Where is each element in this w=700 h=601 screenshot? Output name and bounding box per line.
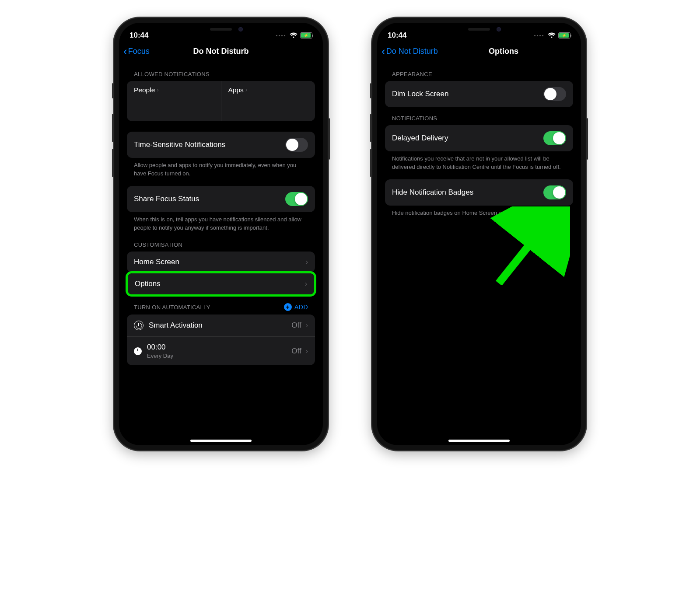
dim-lock-label: Dim Lock Screen — [392, 90, 448, 98]
section-header-notifications: NOTIFICATIONS — [385, 107, 573, 125]
chevron-right-icon: › — [305, 280, 307, 288]
content[interactable]: APPEARANCE Dim Lock Screen NOTIFICATIONS… — [377, 63, 581, 433]
side-button — [370, 149, 372, 177]
side-button — [112, 149, 114, 177]
delayed-row[interactable]: Delayed Delivery — [385, 125, 573, 151]
allowed-group: People › Apps › — [127, 81, 315, 121]
schedule-value: Off — [291, 347, 301, 356]
content[interactable]: ALLOWED NOTIFICATIONS People › Apps › Ti… — [119, 63, 323, 433]
hide-badges-label: Hide Notification Badges — [392, 188, 473, 197]
chevron-right-icon: › — [157, 86, 159, 93]
wifi-icon — [290, 32, 298, 38]
schedule-sub: Every Day — [147, 353, 173, 359]
people-label: People — [134, 86, 155, 94]
dim-lock-row[interactable]: Dim Lock Screen — [385, 81, 573, 107]
schedule-time: 00:00 — [147, 343, 173, 352]
front-camera — [497, 27, 501, 31]
time-sensitive-group: Time-Sensitive Notifications — [127, 132, 315, 158]
speaker — [468, 28, 490, 31]
plus-icon: + — [284, 303, 292, 311]
side-button — [370, 83, 372, 98]
back-button[interactable]: ‹ Focus — [123, 45, 150, 57]
time-sensitive-label: Time-Sensitive Notifications — [134, 140, 225, 149]
options-row[interactable]: Options › — [128, 273, 314, 294]
page-title: Options — [489, 47, 518, 56]
people-cell[interactable]: People › — [127, 81, 221, 121]
delayed-desc: Notifications you receive that are not i… — [385, 151, 573, 173]
status-time: 10:44 — [130, 31, 148, 40]
hide-badges-row[interactable]: Hide Notification Badges — [385, 179, 573, 206]
notch — [175, 23, 267, 36]
clock-icon — [134, 347, 142, 355]
screen: 10:44 ⚡ ‹ Do Not Disturb Options APPEARA… — [377, 23, 581, 445]
time-sensitive-desc: Allow people and apps to notify you imme… — [127, 158, 315, 180]
notch — [433, 23, 525, 36]
side-button — [370, 114, 372, 142]
customisation-group: Home Screen › — [127, 252, 315, 273]
chevron-left-icon: ‹ — [382, 45, 385, 57]
auto-group: Smart Activation Off › 00:00 Every Day — [127, 314, 315, 365]
hide-badges-desc: Hide notification badges on Home Screen … — [385, 206, 573, 219]
section-header-customisation: CUSTOMISATION — [127, 234, 315, 252]
home-indicator[interactable] — [448, 440, 510, 442]
section-header-allowed: ALLOWED NOTIFICATIONS — [127, 63, 315, 81]
smart-activation-value: Off — [291, 321, 301, 330]
battery-icon: ⚡ — [558, 32, 570, 38]
delayed-group: Delayed Delivery — [385, 125, 573, 151]
front-camera — [238, 27, 243, 31]
home-screen-label: Home Screen — [134, 258, 179, 266]
nav-bar: ‹ Do Not Disturb Options — [377, 42, 581, 63]
chevron-left-icon: ‹ — [123, 45, 127, 57]
smart-activation-row[interactable]: Smart Activation Off › — [127, 314, 315, 336]
delayed-toggle[interactable] — [543, 131, 566, 145]
share-focus-row[interactable]: Share Focus Status — [127, 186, 315, 212]
add-button[interactable]: + ADD — [284, 303, 308, 311]
more-icon — [534, 35, 543, 36]
apps-cell[interactable]: Apps › — [221, 81, 315, 121]
appearance-group: Dim Lock Screen — [385, 81, 573, 107]
schedule-row[interactable]: 00:00 Every Day Off › — [127, 336, 315, 365]
home-screen-row[interactable]: Home Screen › — [127, 252, 315, 273]
back-button[interactable]: ‹ Do Not Disturb — [382, 45, 438, 57]
auto-header-label: TURN ON AUTOMATICALLY — [134, 304, 210, 311]
wifi-icon — [548, 32, 556, 38]
share-focus-label: Share Focus Status — [134, 195, 199, 203]
status-icons: ⚡ — [276, 32, 312, 38]
power-icon — [134, 321, 144, 330]
share-focus-toggle[interactable] — [285, 192, 308, 206]
options-label: Options — [135, 280, 161, 288]
hide-badges-toggle[interactable] — [543, 185, 566, 199]
battery-icon: ⚡ — [300, 32, 312, 38]
hide-badges-group: Hide Notification Badges — [385, 179, 573, 206]
options-group: Options › — [128, 273, 314, 294]
section-header-auto: TURN ON AUTOMATICALLY + ADD — [127, 295, 315, 314]
status-time: 10:44 — [388, 31, 406, 40]
speaker — [210, 28, 232, 31]
side-button — [586, 118, 588, 160]
nav-bar: ‹ Focus Do Not Disturb — [119, 42, 323, 63]
time-sensitive-row[interactable]: Time-Sensitive Notifications — [127, 132, 315, 158]
home-indicator[interactable] — [190, 440, 252, 442]
options-highlight: Options › — [126, 271, 316, 297]
chevron-right-icon: › — [306, 258, 308, 266]
chevron-right-icon: › — [306, 321, 308, 329]
status-icons: ⚡ — [534, 32, 570, 38]
share-focus-desc: When this is on, tell apps you have noti… — [127, 212, 315, 234]
more-icon — [276, 35, 285, 36]
side-button — [328, 118, 330, 160]
side-button — [112, 83, 114, 98]
add-label: ADD — [294, 304, 308, 311]
screen: 10:44 ⚡ ‹ Focus Do Not Disturb ALLOWED N… — [119, 23, 323, 445]
smart-activation-label: Smart Activation — [149, 321, 203, 330]
back-label: Focus — [128, 47, 150, 56]
page-title: Do Not Disturb — [193, 47, 249, 56]
side-button — [112, 114, 114, 142]
section-header-appearance: APPEARANCE — [385, 63, 573, 81]
dim-lock-toggle[interactable] — [543, 87, 566, 101]
time-sensitive-toggle[interactable] — [285, 138, 308, 152]
share-focus-group: Share Focus Status — [127, 186, 315, 212]
phone-mockup-left: 10:44 ⚡ ‹ Focus Do Not Disturb ALLOWED N… — [114, 17, 328, 451]
phone-mockup-right: 10:44 ⚡ ‹ Do Not Disturb Options APPEARA… — [372, 17, 586, 451]
apps-label: Apps — [228, 86, 244, 94]
back-label: Do Not Disturb — [386, 47, 438, 56]
